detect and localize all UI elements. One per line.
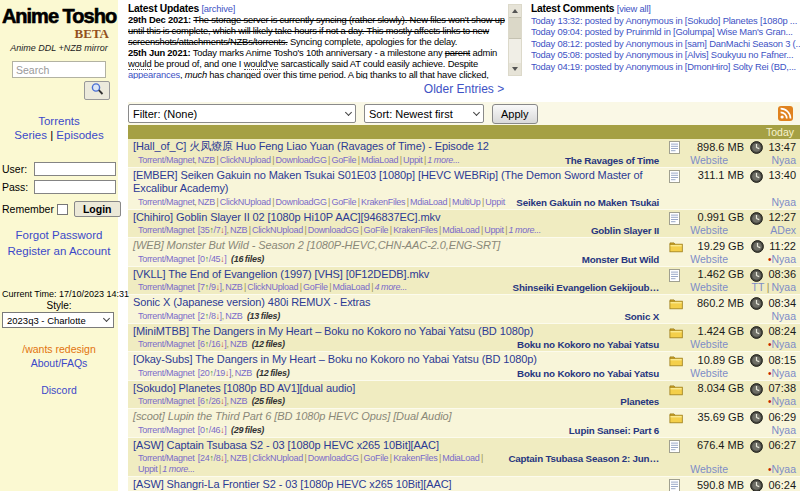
download-link[interactable]: ClickNUpload — [220, 155, 271, 165]
download-link[interactable]: MdiaLoad — [410, 197, 447, 207]
download-link[interactable]: NZB — [230, 396, 247, 406]
source-link[interactable]: Nyaa — [771, 196, 796, 208]
password-field[interactable] — [34, 180, 116, 194]
comment-link[interactable]: Today 08:12: posted by Anonymous in [sam… — [531, 38, 800, 50]
download-link[interactable]: Torrent/Magnet — [138, 425, 194, 435]
source-link[interactable]: Nyaa — [771, 424, 796, 436]
download-link[interactable]: DownloadGG — [308, 453, 359, 463]
torrent-title-link[interactable]: [Sokudo] Planetes [1080p BD AV1][dual au… — [133, 382, 355, 394]
download-link[interactable]: NZB — [225, 311, 242, 321]
download-link[interactable]: Torrent/Magnet — [138, 396, 194, 406]
download-link[interactable]: KrakenFiles — [393, 453, 437, 463]
website-link[interactable]: Website — [690, 338, 728, 350]
series-link[interactable]: Lupin Sansei: Part 6 — [569, 425, 659, 436]
download-link[interactable]: NZB — [198, 197, 215, 207]
wants-redesign-link[interactable]: /wants redesign — [22, 343, 96, 355]
archive-link[interactable]: [archive] — [201, 3, 235, 14]
forgot-password-link[interactable]: Forgot Password — [16, 229, 103, 241]
scroll-thumb[interactable] — [509, 17, 521, 39]
torrent-title-link[interactable]: Sonic X (Japanese version) 480i REMUX - … — [133, 296, 371, 308]
site-logo[interactable]: Anime Tosho — [0, 0, 118, 28]
torrent-title-link[interactable]: [Hall_of_C] 火凤燎原 Huo Feng Liao Yuan (Rav… — [133, 140, 489, 152]
torrent-title-link[interactable]: [MiniMTBB] The Dangers in My Heart – Bok… — [133, 325, 533, 337]
source-link[interactable]: Nyaa — [771, 463, 796, 475]
website-link[interactable]: Website — [690, 154, 728, 166]
download-link[interactable]: Uppit — [403, 155, 423, 165]
download-link[interactable]: GoFile — [303, 282, 328, 292]
download-link[interactable]: Torrent/Magnet — [138, 339, 194, 349]
download-link[interactable]: MdiaLoad — [442, 453, 479, 463]
sidebar-item-episodes[interactable]: Episodes — [56, 129, 103, 141]
torrent-title-link[interactable]: [EMBER] Seiken Gakuin no Maken Tsukai S0… — [133, 169, 643, 195]
download-link[interactable]: NZB — [225, 282, 242, 292]
more-links[interactable]: 4 more... — [375, 282, 407, 292]
download-link[interactable]: Torrent/Magnet — [138, 225, 194, 235]
remember-checkbox[interactable] — [57, 204, 68, 215]
series-link[interactable]: Monster But Wild — [582, 254, 659, 265]
download-link[interactable]: GoFile — [331, 197, 356, 207]
download-link[interactable]: Torrent/Magnet — [138, 368, 194, 378]
download-link[interactable]: NZB — [230, 339, 247, 349]
download-link[interactable]: NZB — [198, 155, 215, 165]
series-link[interactable]: Boku no Kokoro no Yabai Yatsu — [517, 368, 659, 379]
source-link[interactable]: Nyaa — [771, 253, 796, 265]
sidebar-item-torrents[interactable]: Torrents — [38, 115, 80, 127]
download-link[interactable]: DownloadGG — [308, 225, 359, 235]
discord-link[interactable]: Discord — [41, 384, 77, 396]
apply-button[interactable]: Apply — [492, 104, 538, 124]
source-link[interactable]: Nyaa — [771, 310, 796, 322]
rss-icon[interactable] — [778, 106, 793, 121]
download-link[interactable]: Torrent/Magnet — [138, 453, 194, 463]
download-link[interactable]: Torrent/Magnet — [138, 155, 194, 165]
more-links[interactable]: 1 more... — [509, 225, 541, 235]
search-input[interactable] — [12, 61, 106, 78]
series-link[interactable]: Sonic X — [624, 311, 659, 322]
download-link[interactable]: MdiaLoad — [442, 225, 479, 235]
series-link[interactable]: Boku no Kokoro no Yabai Yatsu — [517, 339, 659, 350]
website-link[interactable]: Website — [690, 281, 728, 293]
torrent-title-link[interactable]: [ASW] Shangri-La Frontier S2 - 03 [1080p… — [133, 478, 451, 490]
source-link[interactable]: TT — [752, 281, 765, 293]
source-link[interactable]: Nyaa — [771, 395, 796, 407]
download-link[interactable]: KrakenFiles — [393, 225, 437, 235]
inline-link[interactable]: appearances — [128, 69, 180, 79]
download-link[interactable]: GoFile — [331, 155, 356, 165]
older-entries-link[interactable]: Older Entries > — [424, 82, 504, 96]
comment-link[interactable]: Today 05:08: posted by Anonymous in [Alv… — [531, 49, 800, 61]
torrent-title-link[interactable]: [Okay-Subs] The Dangers in My Heart – Bo… — [133, 353, 537, 365]
scroll-up-button[interactable] — [509, 5, 521, 17]
download-link[interactable]: MdiaLoad — [361, 155, 398, 165]
download-link[interactable]: DownloadGG — [276, 155, 327, 165]
torrent-title-link[interactable]: [VKLL] The End of Evangelion (1997) [VHS… — [133, 268, 429, 280]
download-link[interactable]: Uppit — [138, 464, 158, 474]
more-links[interactable]: 1 more... — [427, 155, 459, 165]
download-link[interactable]: GoFile — [364, 453, 389, 463]
download-link[interactable]: NZB — [230, 225, 247, 235]
download-link[interactable]: Torrent/Magnet — [138, 254, 194, 264]
source-link[interactable]: ADex — [770, 224, 796, 236]
source-link[interactable]: Nyaa — [771, 338, 796, 350]
search-button[interactable] — [84, 81, 110, 100]
comment-link[interactable]: Today 09:04: posted by Pruinmld in [Golu… — [531, 26, 800, 38]
torrent-title-link[interactable]: [Chihiro] Goblin Slayer II 02 [1080p Hi1… — [133, 211, 440, 223]
view-all-link[interactable]: [view all] — [617, 3, 651, 14]
username-field[interactable] — [34, 162, 116, 176]
sidebar-item-series[interactable]: Series — [14, 129, 47, 141]
website-link[interactable]: Website — [690, 253, 728, 265]
login-button[interactable]: Login — [74, 201, 121, 217]
download-link[interactable]: ClickNUpload — [247, 282, 298, 292]
download-link[interactable]: NZB — [235, 368, 252, 378]
download-link[interactable]: ClickNUpload — [220, 197, 271, 207]
source-link[interactable]: Nyaa — [771, 367, 796, 379]
download-link[interactable]: Uppit — [485, 197, 505, 207]
sort-select[interactable]: Sort: Newest first — [364, 104, 484, 123]
download-link[interactable]: Torrent/Magnet — [138, 282, 194, 292]
series-link[interactable]: Planetes — [620, 396, 659, 407]
series-link[interactable]: The Ravages of Time — [565, 155, 659, 166]
download-link[interactable]: Torrent/Magnet — [138, 311, 194, 321]
source-link[interactable]: Nyaa — [771, 281, 796, 293]
download-link[interactable]: ClickNUpload — [252, 453, 303, 463]
website-link[interactable]: Website — [690, 224, 728, 236]
filter-select[interactable]: Filter: (None) — [128, 104, 356, 123]
series-link[interactable]: Seiken Gakuin no Maken Tsukai — [516, 197, 659, 208]
